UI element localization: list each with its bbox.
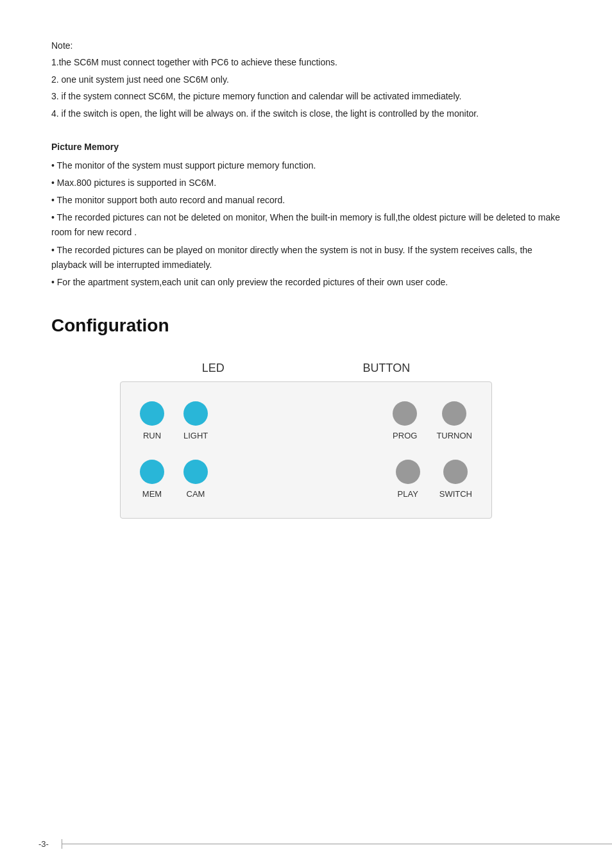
configuration-section: Configuration LED BUTTON RUN [51,315,561,519]
pm-bullet-6: • For the apartment system,each unit can… [51,275,561,290]
page-content: Note: 1.the SC6M must connect together w… [0,0,612,570]
picture-memory-title: Picture Memory [51,140,561,154]
led-light-label: LIGHT [183,431,208,440]
led-mem: MEM [140,460,164,499]
led-group-row2: MEM CAM [140,460,208,499]
led-light: LIGHT [183,401,208,440]
notes-section: Note: 1.the SC6M must connect together w… [51,38,561,121]
note-item-2: 2. one unit system just need one SC6M on… [51,72,561,87]
page-number: -3- [0,839,62,849]
config-diagram: LED BUTTON RUN LIGHT [51,362,561,519]
button-group-row2: PLAY SWITCH [396,460,472,499]
configuration-title: Configuration [51,315,561,336]
btn-turnon-label: TURNON [436,431,472,440]
led-run-circle [140,401,164,426]
btn-switch: SWITCH [439,460,472,499]
led-cam-label: CAM [187,489,205,499]
pm-bullet-2: • Max.800 pictures is supported in SC6M. [51,176,561,190]
picture-memory-section: Picture Memory • The monitor of the syst… [51,140,561,290]
note-title: Note: [51,38,561,53]
btn-turnon-circle [442,401,466,426]
button-column-label: BUTTON [363,362,411,375]
config-row-2: MEM CAM PLAY [140,460,472,499]
pm-bullet-4: • The recorded pictures can not be delet… [51,210,561,240]
footer-line [62,844,612,844]
pm-bullet-5: • The recorded pictures can be played on… [51,243,561,272]
config-column-labels: LED BUTTON [120,362,492,375]
config-row-1: RUN LIGHT PROG [140,401,472,440]
pm-bullet-3: • The monitor support both auto record a… [51,193,561,208]
led-cam: CAM [183,460,208,499]
btn-switch-circle [443,460,468,484]
pm-bullet-1: • The monitor of the system must support… [51,158,561,173]
button-group-row1: PROG TURNON [393,401,472,440]
btn-play-circle [396,460,420,484]
note-item-1: 1.the SC6M must connect together with PC… [51,55,561,69]
config-box: RUN LIGHT PROG [120,381,492,519]
note-item-3: 3. if the system connect SC6M, the pictu… [51,89,561,103]
note-item-4: 4. if the switch is open, the light will… [51,106,561,121]
btn-prog: PROG [393,401,417,440]
led-column-label: LED [202,362,225,375]
page-footer: -3- [0,839,612,849]
led-run-label: RUN [143,431,161,440]
led-mem-circle [140,460,164,484]
led-cam-circle [183,460,208,484]
btn-play: PLAY [396,460,420,499]
btn-prog-circle [393,401,417,426]
led-group-row1: RUN LIGHT [140,401,208,440]
led-mem-label: MEM [142,489,162,499]
led-run: RUN [140,401,164,440]
btn-play-label: PLAY [398,489,418,499]
btn-prog-label: PROG [393,431,417,440]
btn-switch-label: SWITCH [439,489,472,499]
led-light-circle [183,401,208,426]
btn-turnon: TURNON [436,401,472,440]
